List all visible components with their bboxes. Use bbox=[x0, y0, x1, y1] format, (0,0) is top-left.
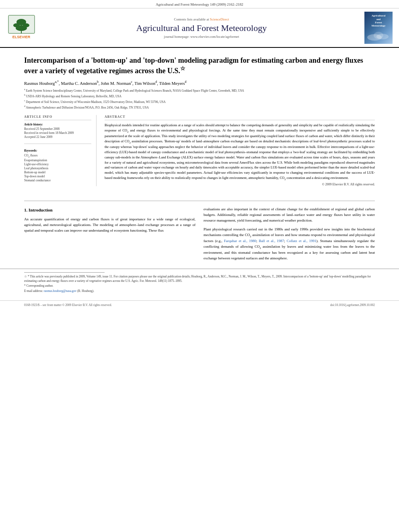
paper-content: Intercomparison of a 'bottom-up' and 'to… bbox=[0, 48, 399, 201]
star-symbol: ☆ bbox=[180, 66, 185, 72]
affiliations: a Earth System Science Interdisciplinary… bbox=[24, 88, 375, 109]
ref-ball[interactable]: Ball et al., 1987 bbox=[259, 239, 284, 243]
article-history: Article history: Received 25 September 2… bbox=[24, 123, 91, 139]
footnote-star: ☆ * This article was previously publishe… bbox=[24, 275, 375, 283]
keyword-bottom-up: Bottom-up model bbox=[24, 170, 91, 174]
copyright: © 2009 Elsevier B.V. All rights reserved… bbox=[105, 183, 375, 186]
intro-para1: An accurate quantification of energy and… bbox=[24, 217, 195, 234]
journal-thumbnail: AgriculturalandForestMeteorology bbox=[364, 12, 393, 44]
history-revised: Received in revised form 18 March 2009 bbox=[24, 131, 91, 135]
body-content: 1. Introduction An accurate quantificati… bbox=[0, 207, 399, 265]
keyword-leaf: Leaf photosynthesis bbox=[24, 166, 91, 170]
intro-para2: evaluations are also important in the co… bbox=[204, 207, 375, 224]
paper-title: Intercomparison of a 'bottom-up' and 'to… bbox=[24, 56, 375, 76]
article-info-abstract: ARTICLE INFO Article history: Received 2… bbox=[24, 115, 375, 186]
keyword-top-down: Top-down model bbox=[24, 175, 91, 178]
top-header: Agricultural and Forest Meteorology 149 … bbox=[0, 0, 399, 8]
svg-point-10 bbox=[374, 32, 383, 39]
elsevier-logo: ELSEVIER bbox=[6, 13, 39, 42]
footnote-corresponding: * Corresponding author. bbox=[24, 284, 375, 288]
history-label: Article history: bbox=[24, 123, 91, 126]
abstract-column: ABSTRACT Biophysical models intended for… bbox=[105, 115, 375, 186]
history-accepted: Accepted 22 June 2009 bbox=[24, 135, 91, 139]
footnote-area: ☆ * This article was previously publishe… bbox=[0, 269, 399, 297]
journal-homepage: journal homepage: www.elsevier.com/locat… bbox=[39, 35, 364, 39]
email-label: E-mail address: bbox=[24, 289, 43, 293]
body-left-column: 1. Introduction An accurate quantificati… bbox=[24, 207, 195, 265]
affiliation-c: c Department of Soil Science, University… bbox=[24, 99, 375, 104]
abstract-text: Biophysical models intended for routine … bbox=[105, 123, 375, 181]
affiliation-b: b USDA-ARS Hydrology and Remote Sensing … bbox=[24, 93, 375, 99]
keyword-evapotranspiration: Evapotranspiration bbox=[24, 158, 91, 162]
article-info-column: ARTICLE INFO Article history: Received 2… bbox=[24, 115, 97, 186]
footer-bar: 0168-1923/$ – see front matter © 2009 El… bbox=[0, 300, 399, 309]
footnote-star-symbol: ☆ bbox=[24, 275, 27, 278]
history-received: Received 25 September 2008 bbox=[24, 127, 91, 131]
ref-collatz[interactable]: Collatz et al., 1991 bbox=[287, 239, 317, 243]
article-info-header: ARTICLE INFO bbox=[24, 115, 91, 120]
keyword-co2: CO2 fluxes bbox=[24, 154, 91, 158]
sciencedirect-bar: Contents lists available at ScienceDirec… bbox=[39, 17, 364, 21]
footer-doi: doi:10.1016/j.agrformet.2009.10.002 bbox=[330, 303, 375, 307]
footnote-email: E-mail address: rasmus.houborg@nasa.gov … bbox=[24, 289, 375, 294]
keywords-label: Keywords: bbox=[24, 149, 91, 152]
authors-line: Rasmus Houborga,*, Martha C. Andersonb, … bbox=[24, 80, 375, 86]
abstract-header: ABSTRACT bbox=[105, 115, 375, 120]
footer-issn: 0168-1923/$ – see front matter © 2009 El… bbox=[24, 303, 112, 307]
journal-banner: ELSEVIER Contents lists available at Sci… bbox=[0, 8, 399, 48]
journal-citation: Agricultural and Forest Meteorology 149 … bbox=[156, 2, 243, 6]
affiliation-d: d Atmospheric Turbulence and Diffusion D… bbox=[24, 105, 375, 110]
svg-point-6 bbox=[16, 25, 27, 31]
ref-farquhar[interactable]: Farquhar et al., 1980 bbox=[224, 239, 256, 243]
email-suffix: (R. Houborg). bbox=[77, 289, 94, 293]
keyword-stomatal: Stomatal conductance bbox=[24, 179, 91, 182]
divider-history bbox=[24, 144, 91, 144]
sciencedirect-link[interactable]: ScienceDirect bbox=[210, 17, 229, 21]
keywords-section: Keywords: CO2 fluxes Evapotranspiration … bbox=[24, 149, 91, 182]
banner-center: Contents lists available at ScienceDirec… bbox=[39, 17, 364, 39]
keyword-lue: Light-use-efficiency bbox=[24, 162, 91, 166]
email-link[interactable]: rasmus.houborg@nasa.gov bbox=[44, 289, 76, 293]
introduction-title: 1. Introduction bbox=[24, 207, 195, 214]
journal-title: Agricultural and Forest Meteorology bbox=[39, 23, 364, 33]
body-right-column: evaluations are also important in the co… bbox=[204, 207, 375, 265]
affiliation-a: a Earth System Science Interdisciplinary… bbox=[24, 88, 375, 93]
svg-text:ELSEVIER: ELSEVIER bbox=[12, 35, 31, 39]
intro-para3: Plant physiological research carried out… bbox=[204, 227, 375, 261]
